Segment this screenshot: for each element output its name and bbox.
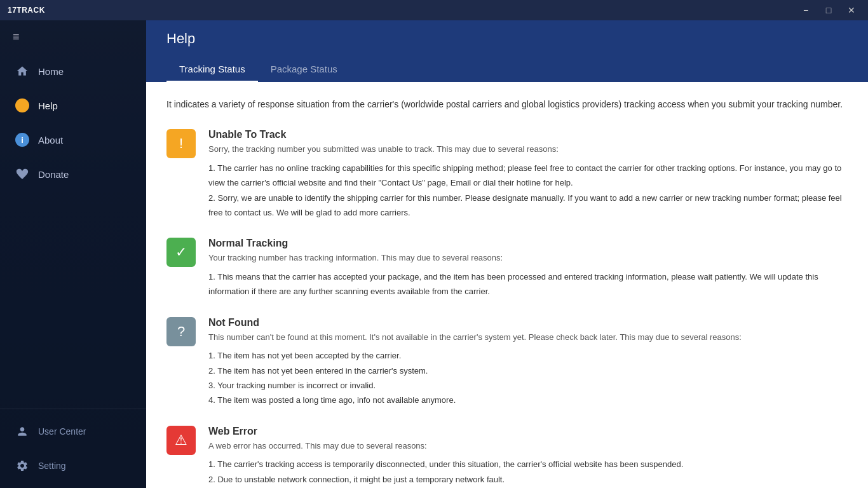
unable-to-track-description: Sorry, the tracking number you submitted… (208, 143, 848, 156)
sidebar-item-setting[interactable]: Setting (0, 449, 146, 483)
donate-icon (15, 167, 29, 181)
app-title: 17TRACK (8, 6, 45, 15)
tab-package-status[interactable]: Package Status (258, 57, 350, 83)
not-found-title: Not Found (208, 317, 848, 329)
status-item-not-found: ?Not FoundThis number can't be found at … (166, 317, 848, 408)
unable-to-track-icon: ! (166, 129, 196, 158)
gear-icon (15, 459, 29, 473)
sidebar-item-home[interactable]: Home (0, 54, 146, 88)
unable-to-track-list: 1. The carrier has no online tracking ca… (208, 161, 848, 220)
list-item: 1. The carrier has no online tracking ca… (208, 161, 848, 191)
normal-tracking-content: Normal TrackingYour tracking number has … (208, 238, 848, 299)
list-item: 4. The item was posted a long time ago, … (208, 393, 848, 407)
content-body: It indicates a variety of response situa… (146, 82, 868, 488)
sidebar-label-setting: Setting (38, 461, 66, 471)
intro-text: It indicates a variety of response situa… (166, 97, 848, 111)
unable-to-track-title: Unable To Track (208, 129, 848, 140)
list-item: 2. Due to unstable network connection, i… (208, 472, 848, 487)
page-title: Help (166, 30, 848, 47)
list-item: 1. The item has not yet been accepted by… (208, 348, 848, 363)
status-item-web-error: ⚠Web ErrorA web error has occurred. This… (166, 426, 848, 488)
sidebar-label-donate: Donate (38, 169, 69, 180)
list-item: 3. Your tracking number is incorrect or … (208, 378, 848, 393)
web-error-description: A web error has occurred. This may due t… (208, 440, 848, 452)
minimize-button[interactable]: − (797, 4, 815, 17)
user-icon (15, 424, 29, 438)
close-button[interactable]: ✕ (843, 4, 860, 17)
web-error-title: Web Error (208, 426, 848, 437)
status-item-unable-to-track: !Unable To TrackSorry, the tracking numb… (166, 129, 848, 220)
normal-tracking-icon: ✓ (166, 238, 196, 267)
not-found-list: 1. The item has not yet been accepted by… (208, 348, 848, 408)
web-error-content: Web ErrorA web error has occurred. This … (208, 426, 848, 488)
help-icon: ? (15, 98, 29, 112)
sidebar: ≡ Home ? Help i About (0, 20, 146, 488)
sidebar-label-home: Home (38, 66, 64, 77)
about-icon: i (15, 133, 29, 147)
content-area: Help Tracking Status Package Status It i… (146, 20, 868, 488)
web-error-icon: ⚠ (166, 426, 196, 455)
sidebar-item-user-center[interactable]: User Center (0, 414, 146, 449)
content-header: Help Tracking Status Package Status (146, 20, 868, 82)
list-item: 1. This means that the carrier has accep… (208, 269, 848, 299)
app-body: ≡ Home ? Help i About (0, 20, 868, 488)
unable-to-track-content: Unable To TrackSorry, the tracking numbe… (208, 129, 848, 220)
hamburger-button[interactable]: ≡ (0, 20, 146, 54)
sidebar-item-help[interactable]: ? Help (0, 88, 146, 123)
sidebar-bottom: User Center Setting (0, 409, 146, 488)
tab-tracking-status[interactable]: Tracking Status (166, 57, 258, 83)
status-list: !Unable To TrackSorry, the tracking numb… (166, 129, 848, 488)
sidebar-label-about: About (38, 135, 63, 146)
normal-tracking-title: Normal Tracking (208, 238, 848, 249)
restore-button[interactable]: □ (820, 4, 837, 17)
normal-tracking-description: Your tracking number has tracking inform… (208, 252, 848, 264)
sidebar-label-user-center: User Center (38, 426, 86, 437)
home-icon (15, 64, 29, 78)
list-item: 2. The item has not yet been entered in … (208, 363, 848, 378)
sidebar-label-help: Help (38, 100, 58, 111)
status-item-normal-tracking: ✓Normal TrackingYour tracking number has… (166, 238, 848, 299)
sidebar-item-donate[interactable]: Donate (0, 157, 146, 191)
sidebar-item-about[interactable]: i About (0, 123, 146, 157)
not-found-description: This number can't be found at this momen… (208, 331, 848, 344)
list-item: 1. The carrier's tracking access is temp… (208, 457, 848, 471)
title-bar: 17TRACK − □ ✕ (0, 0, 868, 20)
list-item: 2. Sorry, we are unable to identify the … (208, 191, 848, 220)
not-found-content: Not FoundThis number can't be found at t… (208, 317, 848, 408)
sidebar-nav: Home ? Help i About Donate (0, 54, 146, 409)
not-found-icon: ? (166, 317, 196, 346)
web-error-list: 1. The carrier's tracking access is temp… (208, 457, 848, 487)
window-controls: − □ ✕ (797, 4, 860, 17)
tab-bar: Tracking Status Package Status (166, 57, 848, 82)
normal-tracking-list: 1. This means that the carrier has accep… (208, 269, 848, 299)
